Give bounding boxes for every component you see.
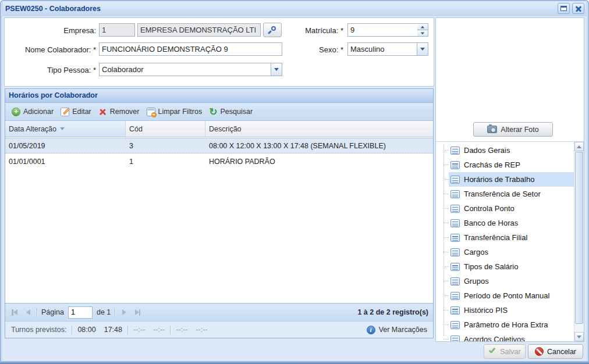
turnos-label: Turnos previstos: — [11, 326, 66, 334]
form-panel: Empresa: Matrícula: * Nome Colaborador: … — [4, 17, 434, 87]
stepper-up-button[interactable] — [417, 23, 428, 30]
empresa-code-field[interactable] — [99, 23, 135, 37]
ver-marcacoes-link[interactable]: i Ver Marcações — [367, 326, 427, 334]
maximize-icon — [560, 6, 567, 11]
chevron-down-icon — [274, 68, 279, 71]
scrollbar-thumb[interactable] — [575, 152, 583, 324]
column-header-label: Cód — [129, 125, 143, 133]
add-button[interactable]: + Adicionar — [9, 106, 58, 118]
tree-item-body: Cargos — [449, 245, 574, 259]
prev-page-button[interactable] — [23, 308, 33, 317]
tree-item-body: Parâmetro de Hora Extra — [449, 317, 574, 332]
turno-time: --:-- — [176, 326, 187, 334]
grid-cell: 1 — [126, 154, 205, 169]
sexo-combobox[interactable]: Masculino — [347, 42, 428, 56]
tree-item-body: Grupos — [449, 274, 574, 288]
last-page-button[interactable] — [133, 308, 142, 317]
panel-title: Horários por Colaborador — [5, 89, 433, 103]
tree-item-label: Dados Gerais — [464, 146, 510, 155]
tree-item-banco-de-horas[interactable]: Banco de Horas — [436, 216, 574, 230]
form-icon — [450, 306, 460, 315]
first-page-button[interactable] — [10, 308, 19, 317]
search-button[interactable]: ↻ Pesquisar — [206, 106, 257, 118]
check-icon — [488, 348, 496, 355]
tree-item-acordos-coletivos[interactable]: Acordos Coletivos — [436, 332, 574, 341]
tree-item-cargos[interactable]: Cargos — [436, 245, 574, 259]
tree-item-dados-gerais[interactable]: Dados Gerais — [436, 143, 574, 158]
table-row[interactable]: 01/01/00011HORÁRIO PADRÃO — [5, 154, 433, 169]
matricula-label: Matrícula: * — [249, 26, 343, 35]
matricula-field[interactable] — [347, 23, 418, 37]
tree-connector — [443, 310, 449, 311]
separator — [115, 308, 115, 317]
tree-item-label: Crachás de REP — [464, 160, 520, 169]
sexo-dropdown-trigger[interactable] — [417, 43, 428, 55]
turnos-times: 08:0017:48--:----:----:----:-- — [72, 326, 210, 334]
tree-scrollbar[interactable] — [574, 142, 584, 341]
remove-icon — [98, 108, 107, 116]
horarios-panel: Horários por Colaborador + Adicionar Edi… — [5, 88, 434, 338]
column-header-descricao[interactable]: Descrição — [205, 121, 433, 137]
tipo-combobox[interactable]: Colaborador — [99, 63, 282, 76]
window-body: Empresa: Matrícula: * Nome Colaborador: … — [2, 16, 587, 361]
save-button[interactable]: Salvar — [484, 344, 526, 359]
grid-cell: 08:00 X 12:00 X 13:00 X 17:48 (SEMANAL F… — [205, 138, 433, 153]
tree-item-periodo-de-ponto-manual[interactable]: Período de Ponto Manual — [436, 288, 574, 303]
scroll-up-button[interactable] — [574, 142, 584, 151]
grid-cell: 01/01/0001 — [5, 154, 126, 169]
tree-item-body: Tipos de Salário — [449, 259, 574, 274]
tree-item-body: Dados Gerais — [449, 143, 574, 158]
tree-connector — [443, 194, 449, 194]
grid-cell: 3 — [126, 138, 205, 153]
next-page-button[interactable] — [119, 308, 129, 317]
column-header-cod[interactable]: Cód — [126, 121, 205, 137]
table-row[interactable]: 01/05/2019308:00 X 12:00 X 13:00 X 17:48… — [5, 138, 433, 154]
tree-item-parametro-de-hora-extra[interactable]: Parâmetro de Hora Extra — [436, 317, 574, 332]
tree-item-crachas-de-rep[interactable]: Crachás de REP — [436, 158, 574, 172]
tree-item-label: Cargos — [464, 248, 488, 256]
form-icon — [450, 147, 460, 155]
chevron-down-icon — [420, 48, 425, 51]
tree-connector — [443, 281, 449, 281]
tree-item-controla-ponto[interactable]: Controla Ponto — [436, 201, 574, 216]
change-photo-button[interactable]: Alterar Foto — [473, 122, 553, 137]
tree-connector — [443, 179, 449, 180]
tree-item-label: Tipos de Salário — [464, 262, 518, 271]
tree-item-grupos[interactable]: Grupos — [436, 274, 574, 288]
form-icon — [450, 161, 460, 169]
empresa-name-field[interactable] — [137, 23, 261, 37]
remove-button[interactable]: Remover — [95, 106, 144, 118]
close-button[interactable] — [572, 3, 584, 14]
tree-item-label: Histórico PIS — [464, 306, 508, 315]
form-icon — [450, 263, 460, 271]
tree-item-body: Banco de Horas — [449, 216, 574, 230]
tree-item-body: Período de Ponto Manual — [449, 288, 574, 303]
maximize-button[interactable] — [558, 3, 570, 14]
page-number-input[interactable] — [68, 306, 93, 319]
tree-item-historico-pis[interactable]: Histórico PIS — [436, 303, 574, 317]
cancel-button[interactable]: Cancelar — [528, 344, 583, 359]
clear-filters-button[interactable]: Limpar Filtros — [144, 106, 207, 118]
form-icon — [450, 248, 460, 256]
tipo-dropdown-trigger[interactable] — [271, 63, 282, 76]
info-icon: i — [367, 326, 375, 334]
scroll-down-button[interactable] — [574, 332, 584, 341]
form-icon — [450, 292, 460, 300]
column-header-label: Descrição — [209, 125, 242, 133]
tree-item-transferencia-de-setor[interactable]: Transferência de Setor — [436, 187, 574, 201]
chevron-down-icon — [421, 32, 424, 34]
column-header-data-alteracao[interactable]: Data Alteração — [5, 121, 126, 137]
matricula-stepper — [417, 23, 428, 37]
tree-connector — [443, 252, 449, 252]
tree-item-tipos-de-salario[interactable]: Tipos de Salário — [436, 259, 574, 274]
edit-button[interactable]: Editar — [58, 106, 95, 118]
page-of-label: de 1 — [97, 308, 111, 316]
tree-item-label: Acordos Coletivos — [464, 335, 525, 341]
clear-filters-button-label: Limpar Filtros — [158, 108, 203, 116]
save-button-label: Salvar — [500, 348, 520, 356]
tree-item-horarios-de-trabalho[interactable]: Horários de Trabalho — [436, 172, 574, 187]
tree-item-transferencia-filial[interactable]: Transferência Filial — [436, 230, 574, 245]
refresh-icon: ↻ — [209, 108, 217, 116]
tree-item-label: Transferência de Setor — [464, 190, 541, 198]
stepper-down-button[interactable] — [417, 30, 428, 37]
